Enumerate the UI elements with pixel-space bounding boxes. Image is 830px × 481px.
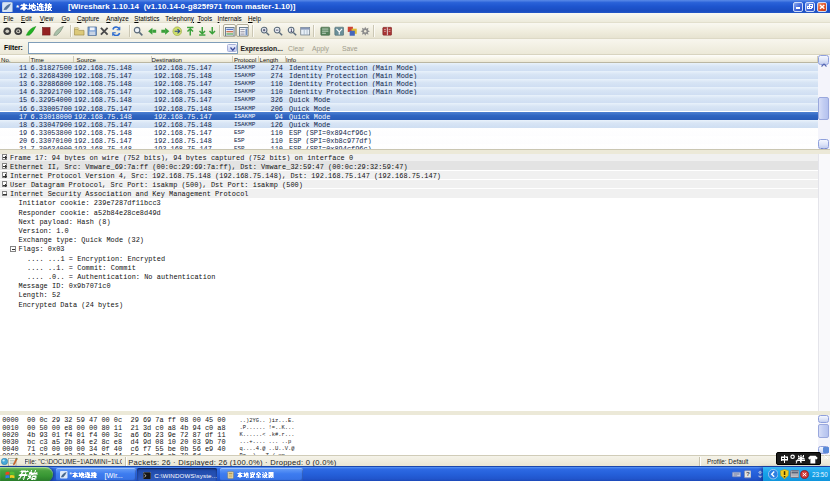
svg-text:?: ?	[746, 471, 750, 478]
